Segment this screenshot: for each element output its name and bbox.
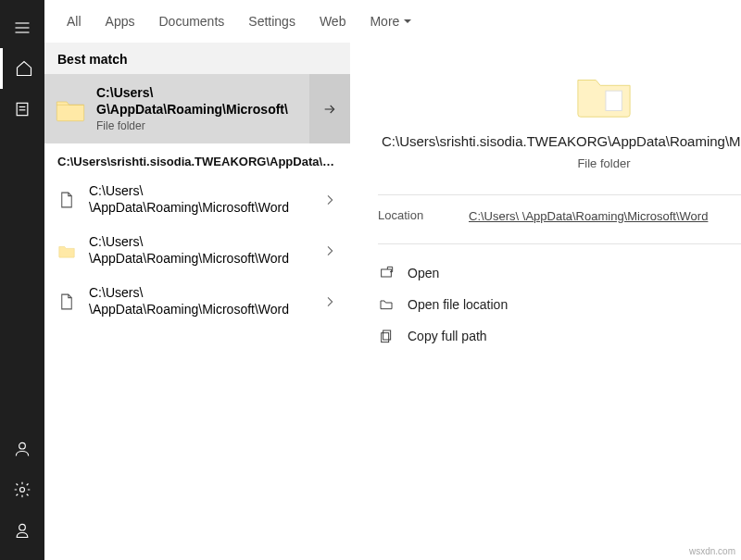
action-label: Copy full path — [408, 329, 487, 343]
tab-apps[interactable]: Apps — [96, 8, 144, 34]
best-match-subtitle: File folder — [96, 119, 339, 132]
gear-icon — [13, 480, 31, 499]
action-label: Open — [408, 266, 439, 280]
location-row: Location C:\Users\ \AppData\Roaming\Micr… — [378, 208, 741, 225]
result-text: C:\Users\ \AppData\Roaming\Microsoft\Wor… — [89, 285, 322, 317]
svg-point-8 — [19, 524, 26, 530]
divider — [378, 194, 741, 195]
copy-icon — [378, 328, 395, 344]
action-open-location[interactable]: Open file location — [378, 289, 741, 320]
menu-button[interactable] — [0, 7, 44, 48]
svg-point-7 — [20, 488, 25, 492]
detail-pane: C:\Users\srishti.sisodia.TWEAKORG\AppDat… — [350, 43, 741, 560]
timeline-button[interactable] — [0, 89, 44, 130]
home-button[interactable] — [0, 48, 44, 89]
folder-open-icon — [378, 296, 395, 313]
action-open[interactable]: Open — [378, 257, 741, 289]
best-match-title: C:\Users\ G\AppData\Roaming\Microsoft\ — [96, 85, 339, 118]
results-pane: Best match C:\Users\ G\AppData\Roaming\M… — [44, 43, 350, 560]
blank-doc-icon — [57, 292, 76, 311]
account-button[interactable] — [0, 429, 44, 469]
chevron-down-icon — [403, 17, 412, 26]
svg-rect-3 — [17, 103, 28, 115]
svg-rect-12 — [383, 330, 391, 340]
results-list: C:\Users\ \AppData\Roaming\Microsoft\Wor… — [44, 174, 350, 560]
tab-documents[interactable]: Documents — [149, 8, 233, 34]
tab-more[interactable]: More — [360, 8, 421, 34]
location-label: Location — [378, 208, 469, 222]
settings-button[interactable] — [0, 469, 44, 510]
svg-rect-11 — [382, 269, 392, 277]
action-label: Open file location — [408, 297, 508, 312]
search-path-header: C:\Users\srishti.sisodia.TWEAKORG\AppDat… — [44, 143, 350, 174]
chevron-right-icon — [322, 243, 337, 258]
svg-point-6 — [19, 442, 26, 449]
profile-button[interactable] — [0, 510, 44, 551]
hamburger-icon — [13, 19, 31, 37]
folder-icon — [56, 96, 85, 122]
folder-preview — [378, 70, 741, 118]
open-icon — [378, 265, 395, 281]
arrow-right-icon — [322, 102, 337, 117]
main-area: All Apps Documents Settings Web More Fee… — [44, 0, 741, 560]
divider — [378, 243, 741, 244]
result-text: C:\Users\ \AppData\Roaming\Microsoft\Wor… — [89, 183, 322, 216]
chevron-right-icon — [322, 193, 337, 207]
action-copy-path[interactable]: Copy full path — [378, 320, 741, 352]
best-match-card[interactable]: C:\Users\ G\AppData\Roaming\Microsoft\ F… — [44, 74, 350, 143]
folder-icon — [57, 242, 76, 260]
svg-rect-10 — [606, 91, 622, 110]
tab-settings[interactable]: Settings — [239, 8, 305, 34]
tab-all[interactable]: All — [57, 8, 91, 34]
person-icon — [13, 440, 31, 458]
start-sidebar — [0, 0, 44, 560]
folder-large-icon — [575, 70, 633, 118]
svg-rect-13 — [382, 333, 389, 342]
home-icon — [15, 59, 33, 78]
profile-icon — [13, 521, 31, 540]
watermark: wsxdn.com — [689, 546, 735, 556]
tab-web[interactable]: Web — [310, 8, 356, 34]
expand-button[interactable] — [309, 74, 350, 143]
tab-more-label: More — [370, 14, 399, 29]
result-item[interactable]: C:\Users\ \AppData\Roaming\Microsoft\Wor… — [44, 225, 350, 276]
result-text: C:\Users\ \AppData\Roaming\Microsoft\Wor… — [89, 234, 322, 267]
document-icon — [57, 191, 76, 209]
result-item[interactable]: C:\Users\ \AppData\Roaming\Microsoft\Wor… — [44, 174, 350, 225]
chevron-right-icon — [322, 294, 337, 309]
filter-tabs: All Apps Documents Settings Web More Fee… — [44, 0, 741, 43]
content-area: Best match C:\Users\ G\AppData\Roaming\M… — [44, 43, 741, 560]
detail-subtitle: File folder — [378, 156, 741, 170]
detail-title: C:\Users\srishti.sisodia.TWEAKORG\AppDat… — [378, 131, 741, 151]
result-item[interactable]: C:\Users\ \AppData\Roaming\Microsoft\Wor… — [44, 276, 350, 327]
location-link[interactable]: C:\Users\ \AppData\Roaming\Microsoft\Wor… — [469, 208, 708, 225]
best-match-header: Best match — [44, 43, 350, 74]
timeline-icon — [13, 100, 31, 118]
